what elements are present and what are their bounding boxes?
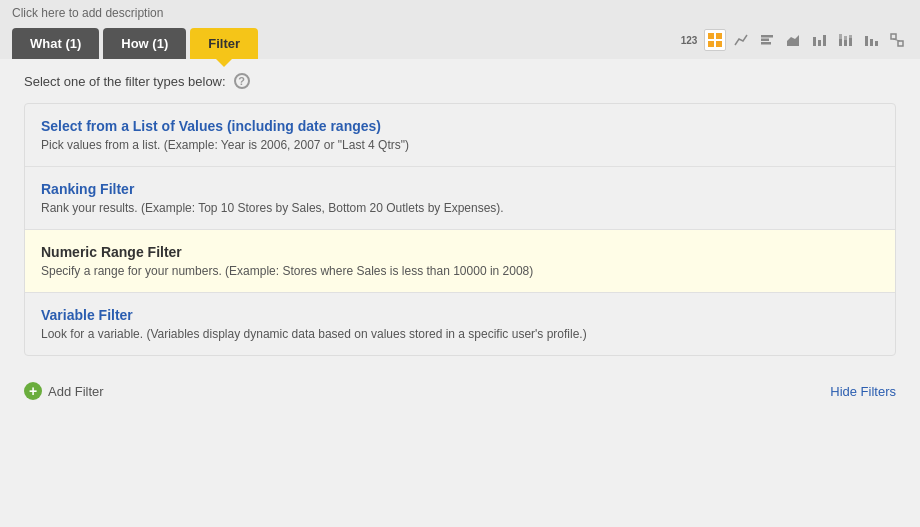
area-chart-icon[interactable] [782, 29, 804, 51]
svg-rect-18 [870, 39, 873, 46]
123-icon[interactable]: 123 [678, 29, 700, 51]
filter-footer: + Add Filter Hide Filters [8, 372, 912, 410]
line-chart-icon[interactable] [730, 29, 752, 51]
numeric-range-filter-desc: Specify a range for your numbers. (Examp… [41, 264, 879, 278]
ranking-filter-option[interactable]: Ranking Filter Rank your results. (Examp… [25, 167, 895, 230]
svg-rect-5 [761, 39, 769, 42]
list-values-filter-desc: Pick values from a list. (Example: Year … [41, 138, 879, 152]
filter-tab[interactable]: Filter [190, 28, 258, 59]
svg-rect-1 [716, 33, 722, 39]
add-filter-icon: + [24, 382, 42, 400]
svg-rect-2 [708, 41, 714, 47]
svg-rect-16 [849, 38, 852, 46]
variable-filter-desc: Look for a variable. (Variables display … [41, 327, 879, 341]
svg-rect-11 [839, 34, 842, 39]
filter-header-label: Select one of the filter types below: [24, 74, 226, 89]
hide-filters-button[interactable]: Hide Filters [830, 384, 896, 399]
svg-rect-21 [898, 41, 903, 46]
svg-rect-8 [813, 37, 816, 46]
list-values-filter-option[interactable]: Select from a List of Values (including … [25, 104, 895, 167]
table-icon[interactable] [704, 29, 726, 51]
numeric-range-filter-title: Numeric Range Filter [41, 244, 879, 260]
svg-rect-10 [823, 35, 826, 46]
ranking-filter-title: Ranking Filter [41, 181, 879, 197]
toolbar-icons: 123 [678, 29, 908, 59]
svg-marker-7 [787, 35, 799, 46]
waterfall-chart-icon[interactable] [860, 29, 882, 51]
svg-rect-20 [891, 34, 896, 39]
svg-rect-19 [875, 41, 878, 46]
scatter-chart-icon[interactable] [886, 29, 908, 51]
what-tab[interactable]: What (1) [12, 28, 99, 59]
svg-rect-0 [708, 33, 714, 39]
filter-options-list: Select from a List of Values (including … [24, 103, 896, 356]
how-tab[interactable]: How (1) [103, 28, 186, 59]
svg-rect-4 [761, 35, 773, 38]
numeric-range-filter-option[interactable]: Numeric Range Filter Specify a range for… [25, 230, 895, 293]
ranking-filter-desc: Rank your results. (Example: Top 10 Stor… [41, 201, 879, 215]
top-bar: Click here to add description What (1) H… [0, 0, 920, 59]
help-icon[interactable]: ? [234, 73, 250, 89]
svg-rect-17 [865, 36, 868, 46]
svg-rect-12 [839, 39, 842, 46]
variable-filter-title: Variable Filter [41, 307, 879, 323]
svg-rect-14 [844, 40, 847, 46]
stacked-bar-chart-icon[interactable] [834, 29, 856, 51]
variable-filter-option[interactable]: Variable Filter Look for a variable. (Va… [25, 293, 895, 355]
bar-chart-horizontal-icon[interactable] [756, 29, 778, 51]
svg-rect-6 [761, 42, 771, 45]
svg-rect-9 [818, 40, 821, 46]
list-values-filter-title: Select from a List of Values (including … [41, 118, 879, 134]
svg-rect-15 [849, 35, 852, 38]
filter-header: Select one of the filter types below: ? [8, 59, 912, 103]
svg-rect-13 [844, 36, 847, 40]
add-filter-button[interactable]: + Add Filter [24, 382, 104, 400]
add-description-text[interactable]: Click here to add description [12, 6, 908, 28]
bar-chart-vertical-icon[interactable] [808, 29, 830, 51]
add-filter-label: Add Filter [48, 384, 104, 399]
svg-rect-3 [716, 41, 722, 47]
